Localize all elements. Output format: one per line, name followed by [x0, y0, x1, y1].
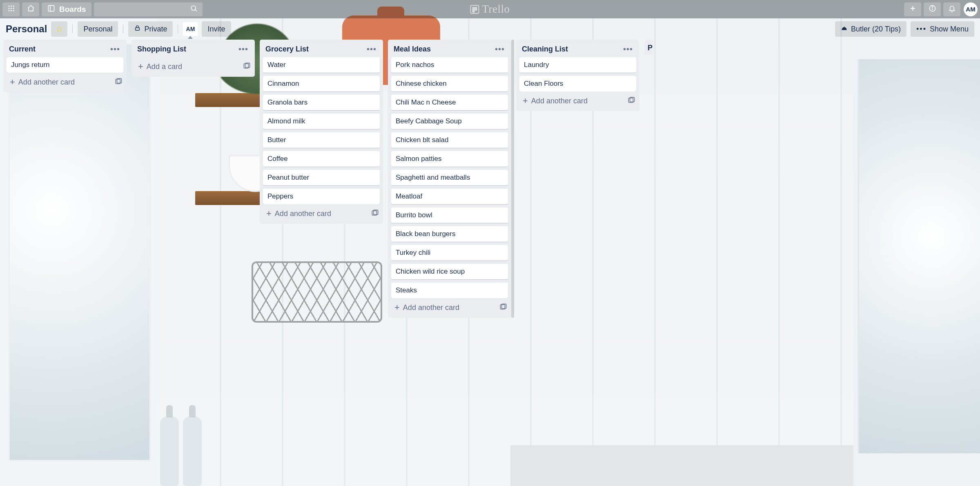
- card[interactable]: Chicken wild rice soup: [391, 264, 508, 279]
- list-menu-button[interactable]: •••: [236, 44, 251, 55]
- add-card-label: Add another card: [531, 97, 588, 105]
- list-title[interactable]: Current: [9, 45, 36, 54]
- plus-icon: +: [523, 96, 528, 105]
- card[interactable]: Peppers: [263, 189, 380, 204]
- card[interactable]: Jungs return: [7, 57, 123, 73]
- template-icon: [499, 305, 507, 312]
- board-header: Personal ☆ Personal Private AM Invite Bu…: [0, 18, 980, 40]
- card[interactable]: Burrito bowl: [391, 207, 508, 223]
- card[interactable]: Water: [263, 57, 380, 73]
- card[interactable]: Beefy Cabbage Soup: [391, 114, 508, 129]
- list-title[interactable]: Shopping List: [137, 45, 186, 54]
- add-card-button[interactable]: +Add another card: [520, 95, 590, 107]
- team-button[interactable]: Personal: [78, 21, 118, 37]
- card[interactable]: Clean Floors: [519, 76, 636, 91]
- notifications-button[interactable]: [943, 2, 960, 16]
- card-template-button[interactable]: [499, 303, 507, 312]
- info-icon: [929, 4, 936, 14]
- ellipsis-icon: •••: [916, 25, 927, 33]
- list-cards: Jungs return: [3, 57, 127, 73]
- list-menu-button[interactable]: •••: [492, 44, 507, 55]
- list-title[interactable]: Meal Ideas: [394, 45, 431, 54]
- list-menu-button[interactable]: •••: [108, 44, 122, 55]
- list-header: Cleaning List•••: [516, 40, 639, 57]
- list: P: [644, 40, 653, 55]
- add-card-row: +Add another card: [516, 91, 639, 111]
- add-card-row: +Add another card: [3, 73, 127, 92]
- create-button[interactable]: [904, 2, 921, 16]
- apps-icon: [7, 4, 15, 14]
- search-input[interactable]: [94, 2, 203, 16]
- card[interactable]: Almond milk: [263, 114, 380, 129]
- board-member-avatar[interactable]: AM: [183, 22, 198, 36]
- visibility-button[interactable]: Private: [128, 21, 173, 37]
- card[interactable]: Turkey chili: [391, 245, 508, 261]
- card[interactable]: Spaghetti and meatballs: [391, 170, 508, 185]
- user-avatar[interactable]: AM: [964, 2, 978, 16]
- butler-button[interactable]: Butler (20 Tips): [835, 21, 906, 37]
- card[interactable]: Cinnamon: [263, 76, 380, 91]
- svg-point-4: [10, 8, 11, 9]
- list-title[interactable]: Grocery List: [265, 45, 309, 54]
- template-icon: [628, 98, 635, 105]
- boards-button[interactable]: Boards: [42, 2, 91, 16]
- info-button[interactable]: [924, 2, 941, 16]
- card[interactable]: Peanut butter: [263, 170, 380, 185]
- divider: [123, 25, 123, 33]
- card-template-button[interactable]: [371, 209, 379, 218]
- card[interactable]: Granola bars: [263, 95, 380, 110]
- svg-point-17: [932, 7, 933, 7]
- visibility-label: Private: [144, 25, 167, 33]
- svg-point-5: [13, 8, 14, 9]
- ellipsis-icon: •••: [238, 45, 248, 54]
- butler-label: Butler (20 Tips): [851, 25, 901, 33]
- show-menu-button[interactable]: ••• Show Menu: [911, 21, 974, 37]
- svg-point-11: [192, 6, 196, 10]
- add-card-button[interactable]: +Add another card: [7, 76, 77, 88]
- card[interactable]: Chinese chicken: [391, 76, 508, 91]
- trello-logo[interactable]: Trello: [470, 3, 510, 16]
- list-cards: LaundryClean Floors: [516, 57, 639, 91]
- card-template-button[interactable]: [115, 78, 122, 87]
- card[interactable]: Steaks: [391, 283, 508, 298]
- card[interactable]: Laundry: [519, 57, 636, 73]
- trello-logo-text: Trello: [482, 3, 510, 16]
- card-template-button[interactable]: [628, 96, 635, 106]
- add-card-button[interactable]: +Add another card: [392, 301, 462, 314]
- home-button[interactable]: [22, 2, 39, 16]
- list-menu-button[interactable]: •••: [621, 44, 635, 55]
- add-card-button[interactable]: +Add a card: [136, 60, 185, 73]
- ellipsis-icon: •••: [367, 45, 376, 54]
- invite-button[interactable]: Invite: [202, 21, 231, 37]
- list-title[interactable]: P: [648, 44, 653, 52]
- card[interactable]: Salmon patties: [391, 151, 508, 167]
- team-label: Personal: [83, 25, 112, 33]
- template-icon: [243, 64, 251, 71]
- svg-line-12: [196, 10, 197, 11]
- card[interactable]: Butter: [263, 132, 380, 148]
- add-card-label: Add another card: [18, 78, 75, 87]
- list-header: P: [644, 40, 653, 55]
- card[interactable]: Black bean burgers: [391, 226, 508, 242]
- board-canvas[interactable]: Current•••Jungs return+Add another cardS…: [0, 40, 980, 486]
- apps-button[interactable]: [2, 2, 20, 16]
- card[interactable]: Coffee: [263, 151, 380, 167]
- template-icon: [115, 80, 122, 87]
- add-card-button[interactable]: +Add another card: [264, 207, 334, 220]
- list-menu-button[interactable]: •••: [364, 44, 379, 55]
- card[interactable]: Chicken blt salad: [391, 132, 508, 148]
- svg-point-3: [8, 8, 9, 9]
- global-header: Boards Trello AM: [0, 0, 980, 18]
- card[interactable]: Meatloaf: [391, 189, 508, 204]
- card[interactable]: Pork nachos: [391, 57, 508, 73]
- card-template-button[interactable]: [243, 62, 251, 71]
- list-cards: WaterCinnamonGranola barsAlmond milkButt…: [260, 57, 383, 204]
- template-icon: [371, 211, 379, 218]
- card[interactable]: Chili Mac n Cheese: [391, 95, 508, 110]
- plus-icon: +: [394, 303, 400, 312]
- list: Shopping List•••+Add a card: [131, 40, 255, 77]
- list-title[interactable]: Cleaning List: [522, 45, 568, 54]
- board-title[interactable]: Personal: [6, 23, 47, 35]
- divider: [72, 25, 73, 33]
- star-board-button[interactable]: ☆: [51, 21, 67, 37]
